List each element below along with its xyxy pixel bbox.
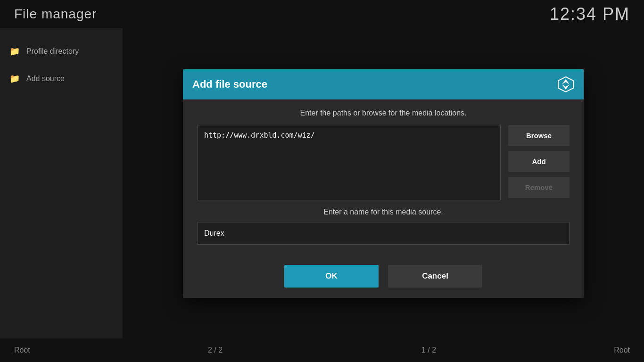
svg-marker-1	[562, 79, 570, 84]
kodi-logo-icon	[557, 76, 574, 93]
app-title: File manager	[14, 7, 97, 22]
status-bar: Root 2 / 2 1 / 2 Root	[0, 338, 644, 362]
sidebar: 📁 Profile directory 📁 Add source	[0, 28, 123, 338]
content-area: Add file source Enter the paths or brows…	[123, 28, 644, 338]
modal-body: Enter the paths or browse for the media …	[183, 99, 584, 256]
top-bar: File manager 12:34 PM	[0, 0, 644, 28]
status-right: Root	[536, 346, 630, 354]
add-button[interactable]: Add	[508, 151, 570, 172]
remove-button[interactable]: Remove	[508, 177, 570, 198]
main-area: 📁 Profile directory 📁 Add source Add fil…	[0, 28, 644, 338]
svg-marker-2	[562, 84, 570, 90]
modal-footer: OK Cancel	[183, 256, 584, 298]
status-left: Root	[14, 346, 108, 354]
path-section: http://www.drxbld.com/wiz/ Browse Add Re…	[197, 125, 570, 200]
name-input[interactable]	[197, 222, 570, 245]
status-center-right: 1 / 2	[322, 346, 536, 354]
instruction-text: Enter the paths or browse for the media …	[197, 109, 570, 117]
status-center-left: 2 / 2	[108, 346, 322, 354]
clock: 12:34 PM	[550, 4, 630, 24]
cancel-button[interactable]: Cancel	[388, 265, 482, 288]
folder-icon-profile: 📁	[9, 46, 20, 57]
svg-marker-0	[558, 77, 573, 92]
name-label: Enter a name for this media source.	[197, 208, 570, 216]
sidebar-label-add-source: Add source	[26, 74, 65, 83]
modal-overlay: Add file source Enter the paths or brows…	[123, 28, 644, 338]
sidebar-item-add-source[interactable]: 📁 Add source	[0, 65, 123, 92]
path-textarea[interactable]: http://www.drxbld.com/wiz/	[197, 125, 501, 200]
path-buttons: Browse Add Remove	[508, 125, 570, 200]
add-file-source-modal: Add file source Enter the paths or brows…	[183, 69, 584, 298]
modal-header: Add file source	[183, 69, 584, 99]
sidebar-item-profile-directory[interactable]: 📁 Profile directory	[0, 38, 123, 65]
ok-button[interactable]: OK	[284, 265, 379, 288]
browse-button[interactable]: Browse	[508, 125, 570, 146]
folder-icon-add-source: 📁	[9, 74, 20, 84]
sidebar-label-profile-directory: Profile directory	[26, 47, 79, 56]
modal-title: Add file source	[192, 78, 267, 90]
